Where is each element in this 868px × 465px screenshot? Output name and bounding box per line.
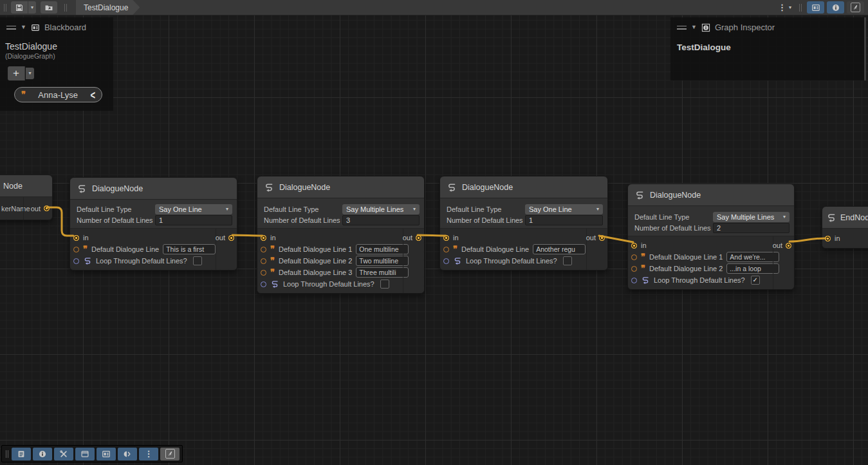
num-lines-field[interactable]: 1 [525, 215, 603, 225]
dialogue-line-field[interactable]: Two multiline [356, 256, 409, 266]
input-port[interactable] [73, 235, 79, 241]
dialogue-node-4[interactable]: DialogueNode Default Line Type Say Multi… [627, 184, 795, 290]
collapse-arrow-icon[interactable]: ▼ [21, 24, 26, 30]
check-icon: ✓ [752, 277, 757, 283]
open-asset-button[interactable] [41, 1, 57, 14]
output-port[interactable] [786, 243, 791, 249]
node-title-bar[interactable]: DialogueNode [70, 178, 237, 199]
dialogue-node-icon [634, 190, 645, 200]
info-icon [831, 3, 840, 12]
loop-checkbox[interactable]: ✓ [751, 276, 760, 285]
panel-drag-handle[interactable] [6, 26, 16, 30]
num-lines-field[interactable]: 1 [155, 215, 232, 225]
dialogue-line-port[interactable] [261, 247, 266, 252]
line-type-dropdown[interactable]: Say Multiple Lines ▾ [713, 212, 790, 222]
save-button[interactable] [11, 1, 28, 14]
toggle-notes-button[interactable] [12, 448, 31, 460]
toggle-window-button[interactable] [75, 448, 95, 460]
panel-drag-handle[interactable] [677, 26, 687, 30]
loop-port[interactable] [73, 258, 79, 264]
loop-port[interactable] [261, 281, 266, 287]
in-label: in [835, 234, 840, 242]
graph-canvas[interactable]: ▾ TestDialogue ⋮ ▾ [0, 0, 868, 465]
node-title-bar[interactable]: EndNode [822, 207, 868, 228]
dialogue-line-field[interactable]: And we're... [726, 252, 779, 262]
dialogue-line-port[interactable] [261, 258, 266, 264]
loop-port[interactable] [443, 258, 449, 264]
input-port[interactable] [261, 235, 266, 241]
quote-icon: ❞ [641, 254, 645, 260]
toggle-graph-inspector-button[interactable] [827, 1, 844, 14]
toolbar-options-button[interactable]: ⋮ ▾ [774, 1, 795, 14]
dialogue-line-field[interactable]: This is a first [163, 244, 216, 254]
output-port[interactable] [44, 205, 50, 211]
toolbar-drag-handle[interactable] [4, 4, 6, 12]
input-port[interactable] [443, 235, 449, 241]
output-port[interactable] [228, 235, 234, 241]
dialogue-line-field[interactable]: Three multili [356, 267, 409, 278]
dialogue-node-1[interactable]: DialogueNode Default Line Type Say One L… [69, 177, 237, 270]
speaker-name-node[interactable]: Node kerName out [0, 175, 53, 220]
loop-checkbox[interactable] [193, 256, 202, 265]
toggle-blackboard-button[interactable] [807, 1, 824, 14]
line-type-dropdown[interactable]: Say One Line ▾ [155, 204, 232, 214]
save-options-button[interactable]: ▾ [28, 1, 36, 14]
toggle-transition-button[interactable] [118, 448, 137, 460]
dialogue-line-port[interactable] [631, 266, 637, 272]
num-lines-field[interactable]: 3 [342, 215, 420, 225]
node-title-bar[interactable]: DialogueNode [257, 176, 424, 198]
dialogue-line-label: Default Dialogue Line 3 [279, 269, 352, 276]
loop-port[interactable] [631, 278, 637, 283]
toggle-blackboard-button[interactable] [97, 448, 116, 460]
node-title-bar[interactable]: DialogueNode [628, 184, 794, 205]
loop-icon [641, 276, 650, 285]
chevron-left-icon[interactable]: < [90, 88, 95, 102]
dialogue-line-port[interactable] [631, 254, 637, 260]
dialogue-line-port[interactable] [443, 247, 449, 252]
input-port[interactable] [825, 236, 831, 242]
node-title-bar[interactable]: DialogueNode [440, 176, 607, 198]
blackboard-panel[interactable]: ▼ Blackboard TestDialogue (DialogueGraph… [0, 17, 113, 111]
num-lines-field[interactable]: 2 [713, 223, 790, 233]
dialogue-line-field[interactable]: ...in a loop [726, 263, 779, 274]
in-label: in [270, 234, 276, 242]
in-label: in [83, 234, 89, 242]
end-node[interactable]: EndNode in [822, 206, 868, 249]
dialogue-line-port[interactable] [73, 247, 79, 252]
out-label: out [31, 205, 41, 213]
input-port[interactable] [631, 243, 637, 249]
node-title: DialogueNode [92, 184, 143, 193]
graph-inspector-panel[interactable]: ▼ Graph Inspector TestDialogue [670, 17, 866, 81]
dropdown-value: Say Multiple Lines [717, 213, 774, 221]
node-title: DialogueNode [279, 183, 330, 192]
output-port[interactable] [599, 235, 605, 241]
collapse-arrow-icon[interactable]: ▼ [691, 24, 697, 30]
loop-icon [453, 256, 462, 265]
dialogue-line-port[interactable] [261, 270, 266, 276]
loop-checkbox[interactable] [563, 256, 572, 265]
info-icon [38, 450, 47, 459]
breadcrumb[interactable]: TestDialogue [76, 0, 140, 15]
dialogue-line-field[interactable]: Another regu [533, 244, 586, 254]
dialogue-line-field[interactable]: One multiline [356, 244, 409, 254]
blackboard-property[interactable]: ❞ Anna-Lyse < [14, 87, 102, 102]
toggle-inspector-button[interactable] [33, 448, 52, 460]
line-type-dropdown[interactable]: Say Multiple Lines ▾ [342, 204, 420, 214]
dropdown-value: Say Multiple Lines [346, 205, 403, 213]
dialogue-node-3[interactable]: DialogueNode Default Line Type Say One L… [439, 176, 608, 270]
line-type-dropdown[interactable]: Say One Line ▾ [525, 204, 603, 214]
dialogue-node-icon [77, 184, 87, 194]
dialogue-node-2[interactable]: DialogueNode Default Line Type Say Multi… [257, 176, 425, 294]
add-property-button[interactable]: + [8, 66, 25, 81]
more-options-button[interactable]: ⋮ [139, 448, 158, 460]
add-property-options-button[interactable]: ▾ [26, 68, 34, 79]
output-port[interactable] [416, 235, 421, 241]
toggle-tools-button[interactable] [54, 448, 73, 460]
loop-checkbox[interactable] [380, 280, 389, 289]
toolbar-drag-handle[interactable] [6, 450, 8, 458]
line-type-label: Default Line Type [447, 205, 525, 213]
toggle-minimap-button[interactable] [847, 1, 864, 14]
out-label: out [216, 234, 225, 242]
node-title-bar[interactable]: Node [0, 175, 52, 196]
toggle-minimap-button[interactable] [160, 448, 180, 460]
